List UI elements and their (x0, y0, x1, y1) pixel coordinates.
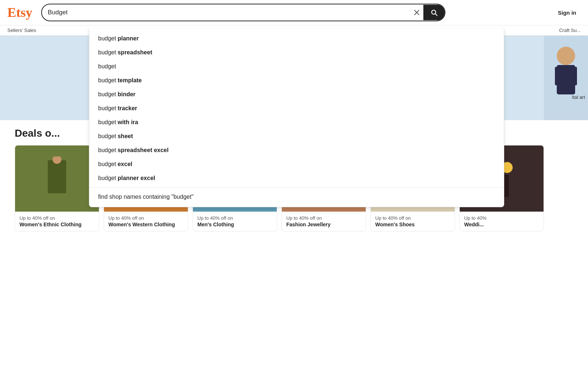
sign-in-button[interactable]: Sign in (553, 7, 581, 19)
autocomplete-prefix: budget (98, 77, 116, 84)
art-figure-svg (548, 41, 584, 115)
deal-card-body-jewellery: Up to 40% off on Fashion Jewellery (282, 212, 366, 231)
autocomplete-prefix: budget (98, 105, 116, 112)
deal-card-body-shoes: Up to 40% off on Women's Shoes (371, 212, 455, 231)
autocomplete-suffix: planner excel (118, 175, 155, 181)
deal-name-western: Women's Western Clothing (108, 222, 183, 227)
autocomplete-item-budget[interactable]: budget (89, 60, 504, 73)
autocomplete-prefix: budget (98, 147, 116, 154)
autocomplete-item-tracker[interactable]: budget tracker (89, 101, 504, 115)
autocomplete-suffix: excel (118, 161, 132, 168)
svg-rect-5 (571, 67, 577, 85)
autocomplete-item-planner[interactable]: budget planner (89, 32, 504, 46)
autocomplete-prefix: budget (98, 63, 116, 70)
svg-point-2 (557, 47, 575, 65)
autocomplete-prefix: budget (98, 49, 116, 56)
deal-discount-ethnic: Up to 40% off on (19, 215, 94, 221)
deal-card-body-mens: Up to 40% off on Men's Clothing (193, 212, 277, 231)
deal-name-mens: Men's Clothing (197, 222, 272, 227)
search-icon (430, 8, 438, 17)
nav-craft-sup[interactable]: Craft Su... (559, 28, 581, 33)
deal-card-womens-ethnic[interactable]: Up to 40% off on Women's Ethnic Clothing (15, 145, 99, 231)
autocomplete-divider (89, 187, 504, 188)
autocomplete-prefix: budget (98, 91, 116, 98)
autocomplete-item-spreadsheet-excel[interactable]: budget spreadsheet excel (89, 143, 504, 157)
autocomplete-item-planner-excel[interactable]: budget planner excel (89, 171, 504, 185)
deal-discount-mens: Up to 40% off on (197, 215, 272, 221)
clear-icon (414, 10, 420, 15)
digital-art-label: ital art (572, 94, 585, 100)
deal-card-image-ethnic (15, 145, 99, 212)
svg-rect-6 (48, 160, 66, 193)
autocomplete-dropdown: budget planner budget spreadsheet budget… (89, 29, 504, 207)
autocomplete-suffix: template (118, 77, 142, 84)
deal-card-body-wedding: Up to 40% Weddi... (460, 212, 544, 231)
autocomplete-item-template[interactable]: budget template (89, 73, 504, 87)
etsy-logo[interactable]: Etsy (7, 5, 32, 20)
ethnic-svg (42, 157, 72, 201)
autocomplete-prefix: budget (98, 133, 116, 140)
search-button[interactable] (423, 5, 445, 20)
autocomplete-suffix: sheet (118, 133, 133, 140)
autocomplete-item-excel[interactable]: budget excel (89, 157, 504, 171)
nav-sellers-sales[interactable]: Sellers' Sales (7, 28, 36, 33)
find-shop-item[interactable]: find shop names containing "budget" (89, 190, 504, 204)
header: Etsy budget planner budget spreads (0, 0, 588, 25)
autocomplete-suffix: with ira (118, 119, 138, 126)
deal-card-body-ethnic: Up to 40% off on Women's Ethnic Clothing (15, 212, 99, 231)
svg-rect-4 (555, 67, 560, 85)
art-image (544, 36, 588, 120)
autocomplete-suffix: tracker (118, 105, 137, 112)
deal-discount-wedding: Up to 40% (464, 215, 539, 221)
autocomplete-suffix: binder (118, 91, 136, 98)
autocomplete-suffix: spreadsheet excel (118, 147, 169, 154)
autocomplete-item-spreadsheet[interactable]: budget spreadsheet (89, 46, 504, 60)
autocomplete-item-binder[interactable]: budget binder (89, 87, 504, 101)
autocomplete-item-with-ira[interactable]: budget with ira (89, 115, 504, 129)
deal-discount-jewellery: Up to 40% off on (286, 215, 361, 221)
deal-discount-shoes: Up to 40% off on (375, 215, 450, 221)
deal-name-wedding: Weddi... (464, 222, 539, 227)
deal-discount-western: Up to 40% off on (108, 215, 183, 221)
autocomplete-suffix: planner (118, 35, 139, 42)
deal-name-ethnic: Women's Ethnic Clothing (19, 222, 94, 227)
search-input[interactable] (42, 4, 410, 21)
deal-name-shoes: Women's Shoes (375, 222, 450, 227)
autocomplete-suffix: spreadsheet (118, 49, 152, 56)
clear-button[interactable] (410, 7, 423, 18)
deal-card-body-western: Up to 40% off on Women's Western Clothin… (104, 212, 188, 231)
search-bar (41, 4, 445, 21)
search-container: budget planner budget spreadsheet budget… (41, 4, 445, 21)
autocomplete-prefix: budget (98, 175, 116, 181)
autocomplete-prefix: budget (98, 161, 116, 168)
autocomplete-prefix: budget (98, 119, 116, 126)
autocomplete-prefix: budget (98, 35, 116, 42)
deal-name-jewellery: Fashion Jewellery (286, 222, 361, 227)
autocomplete-item-sheet[interactable]: budget sheet (89, 129, 504, 143)
